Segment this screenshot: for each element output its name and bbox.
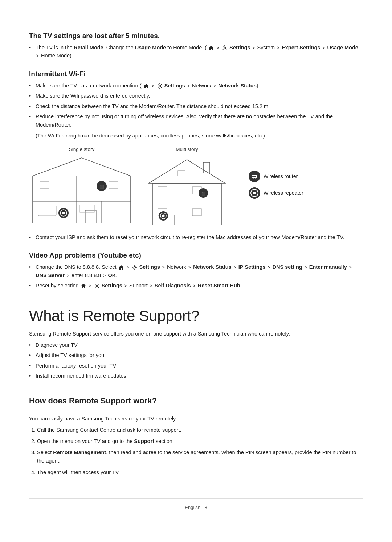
diagram-area: Single story ⬛ <box>29 147 363 227</box>
home-icon-2 <box>143 83 149 89</box>
svg-rect-35 <box>252 176 254 177</box>
svg-marker-3 <box>33 158 131 176</box>
page-footer: English - 8 <box>29 498 363 510</box>
how-does-step-3: Select Remote Management, then read and … <box>37 448 363 465</box>
svg-rect-36 <box>254 176 256 177</box>
svg-rect-27 <box>203 162 210 173</box>
svg-rect-21 <box>158 187 167 194</box>
legend-router: 0:0 Wireless router <box>248 170 303 182</box>
how-does-section: How does Remote Support work? You can ea… <box>29 383 363 477</box>
wifi-isp-bullet-1: Contact your ISP and ask them to reset y… <box>29 233 363 241</box>
svg-rect-9 <box>109 181 118 189</box>
wifi-bullet-1: Make sure the TV has a network connectio… <box>29 82 363 90</box>
svg-point-16 <box>62 212 65 214</box>
wifi-note: (The Wi-Fi strength can be decreased by … <box>29 132 363 140</box>
svg-rect-24 <box>192 209 201 216</box>
how-does-steps: Call the Samsung Contact Centre and ask … <box>29 426 363 477</box>
svg-point-32 <box>162 214 165 217</box>
tv-settings-heading: The TV settings are lost after 5 minutes… <box>29 32 363 40</box>
wifi-bullet-4: Reduce interference by not using or turn… <box>29 112 363 129</box>
tv-settings-section: The TV settings are lost after 5 minutes… <box>29 32 363 60</box>
legend-repeater: 0:0 Wireless repeater <box>248 187 303 199</box>
home-icon-4 <box>81 283 86 289</box>
repeater-label: Wireless repeater <box>264 190 303 196</box>
multi-story-diagram: Multi story <box>142 147 232 227</box>
remote-mgmt-label: Remote Management <box>53 449 106 455</box>
svg-rect-25 <box>174 215 185 225</box>
single-story-svg: ⬛ <box>29 154 134 227</box>
wifi-isp-bullet: Contact your ISP and ask them to reset y… <box>29 233 363 241</box>
svg-point-43 <box>96 285 98 287</box>
home-icon <box>208 45 214 51</box>
legend-area: 0:0 Wireless router 0:0 Wireless repeate… <box>248 170 303 199</box>
svg-point-42 <box>134 267 135 268</box>
settings-nav-2: Settings <box>164 83 185 89</box>
svg-rect-10 <box>38 205 56 216</box>
single-story-diagram: Single story ⬛ <box>29 147 134 227</box>
arrow-1: > <box>217 45 219 50</box>
how-does-step-4: The agent will then access your TV. <box>37 468 363 477</box>
settings-icon-1 <box>222 45 228 51</box>
network-status-label: Network Status <box>218 83 257 89</box>
remote-support-bullet-3: Perform a factory reset on your TV <box>29 362 363 370</box>
svg-rect-8 <box>40 181 49 189</box>
svg-point-0 <box>224 47 226 49</box>
remote-support-intro: Samsung Remote Support service offers yo… <box>29 330 363 338</box>
settings-icon-2 <box>157 83 163 89</box>
svg-marker-19 <box>149 160 225 183</box>
expert-settings-label: Expert Settings <box>282 45 320 50</box>
remote-support-heading: What is Remote Support? <box>29 307 363 325</box>
svg-rect-11 <box>80 205 94 212</box>
footer-text: English - 8 <box>185 505 207 510</box>
single-story-label: Single story <box>69 147 95 152</box>
settings-icon-4 <box>94 283 100 289</box>
video-app-bullet-reset: Reset by selecting > Settings > Support … <box>29 282 363 290</box>
how-does-step-1: Call the Samsung Contact Centre and ask … <box>37 426 363 434</box>
usage-mode-label-2: Usage Mode <box>327 45 358 50</box>
multi-story-label: Multi story <box>176 147 198 152</box>
remote-support-bullet-1: Diagnose your TV <box>29 341 363 349</box>
remote-support-bullet-2: Adjust the TV settings for you <box>29 351 363 359</box>
video-app-bullets: Change the DNS to 8.8.8.8. Select > Sett… <box>29 263 363 290</box>
settings-nav-1: Settings <box>229 45 250 50</box>
intermittent-wifi-heading: Intermittent Wi-Fi <box>29 70 363 78</box>
usage-mode-label: Usage Mode <box>135 45 166 50</box>
how-does-step-2: Open the menu on your TV and go to the S… <box>37 437 363 445</box>
home-icon-3 <box>118 264 124 270</box>
wifi-bullet-2: Make sure the Wifi password is entered c… <box>29 92 363 100</box>
support-label: Support <box>134 438 154 444</box>
remote-support-bullet-4: Install recommended firmware updates <box>29 372 363 380</box>
tv-settings-bullets: The TV is in the Retail Mode. Change the… <box>29 44 363 60</box>
remote-support-section: What is Remote Support? Samsung Remote S… <box>29 307 363 380</box>
retail-mode-label: Retail Mode <box>74 45 103 50</box>
tv-settings-bullet-1: The TV is in the Retail Mode. Change the… <box>29 44 363 60</box>
video-app-heading: Video App problems (Youtube etc) <box>29 251 363 259</box>
intermittent-wifi-section: Intermittent Wi-Fi Make sure the TV has … <box>29 70 363 241</box>
router-legend-icon: 0:0 <box>248 170 261 182</box>
video-app-section: Video App problems (Youtube etc) Change … <box>29 251 363 290</box>
svg-point-40 <box>253 192 256 194</box>
svg-text:⬛: ⬛ <box>99 184 104 189</box>
repeater-legend-icon: 0:0 <box>248 187 261 199</box>
svg-rect-26 <box>178 171 185 176</box>
video-app-bullet-dns: Change the DNS to 8.8.8.8. Select > Sett… <box>29 263 363 279</box>
svg-text:0:0: 0:0 <box>253 178 256 180</box>
wifi-bullet-3: Check the distance between the TV and th… <box>29 102 363 110</box>
wifi-bullets: Make sure the TV has a network connectio… <box>29 82 363 129</box>
remote-support-bullets: Diagnose your TV Adjust the TV settings … <box>29 341 363 380</box>
settings-icon-3 <box>132 264 138 270</box>
svg-point-1 <box>159 85 160 87</box>
how-does-heading: How does Remote Support work? <box>29 396 157 407</box>
svg-text:⬛: ⬛ <box>201 192 206 196</box>
svg-text:0:0: 0:0 <box>253 189 256 191</box>
router-label: Wireless router <box>264 173 298 179</box>
how-does-intro: You can easily have a Samsung Tech servi… <box>29 415 363 423</box>
multi-story-svg: ⬛ <box>142 154 232 227</box>
